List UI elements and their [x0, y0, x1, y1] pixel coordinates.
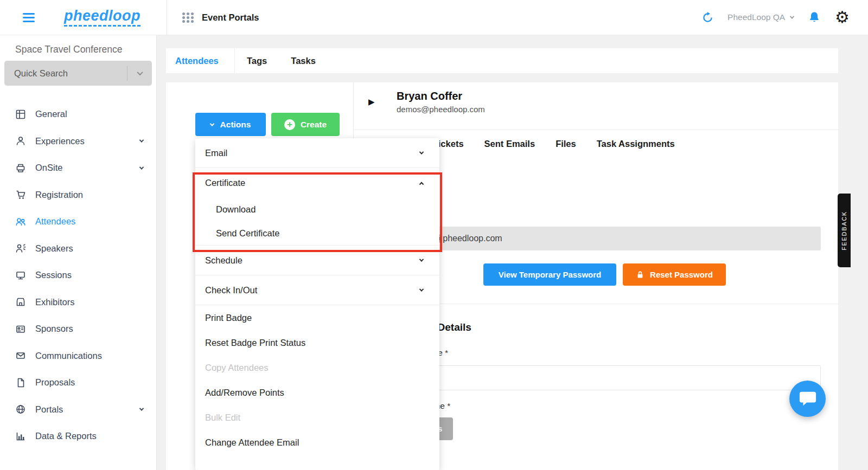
workspace-name: PheedLoop QA: [727, 12, 785, 22]
chevron-down-icon: [790, 14, 794, 18]
tab-sent-emails[interactable]: Sent Emails: [484, 139, 535, 149]
grid-icon: [15, 109, 26, 120]
reset-password-button[interactable]: Reset Password: [623, 263, 726, 286]
sidebar-item-experiences[interactable]: Experiences: [0, 128, 156, 155]
refresh-icon[interactable]: [702, 12, 713, 23]
sidebar-item-label: OnSite: [35, 163, 62, 173]
monitor-icon: [15, 270, 26, 281]
menu-item-add-remove-points[interactable]: Add/Remove Points: [195, 380, 439, 405]
header-divider: [167, 0, 167, 35]
logo-text: pheedloop: [64, 9, 141, 23]
menu-item-check-in-out[interactable]: Check In/Out: [195, 275, 439, 305]
menu-item-certificate[interactable]: Certificate: [195, 168, 439, 197]
sidebar-item-label: Communications: [35, 351, 102, 361]
sidebar-item-sessions[interactable]: Sessions: [0, 262, 156, 289]
globe-icon: [15, 404, 26, 415]
hamburger-menu-icon[interactable]: [23, 13, 37, 22]
speaker-icon: [15, 243, 26, 254]
sidebar-item-label: Experiences: [35, 136, 85, 146]
pheedloop-logo[interactable]: pheedloop: [64, 9, 141, 27]
menu-item-copy-attendees: Copy Attendees: [195, 355, 439, 380]
tab-tasks[interactable]: Tasks: [279, 48, 328, 73]
top-header: pheedloop Event Portals PheedLoop QA ⚙: [0, 0, 868, 35]
actions-button-label: Actions: [220, 120, 251, 130]
menu-item-label: Reset Badge Print Status: [205, 338, 305, 348]
chat-launcher-button[interactable]: [789, 381, 826, 417]
sidebar: Space Travel Conference Quick Search Gen…: [0, 35, 157, 470]
attendee-header: ▶ Bryan Coffer demos@pheedloop.com: [353, 82, 838, 130]
menu-item-send-certificate[interactable]: Send Certificate: [195, 221, 439, 245]
reset-password-label: Reset Password: [650, 270, 713, 279]
sidebar-item-data-reports[interactable]: Data & Reports: [0, 423, 156, 450]
settings-gear-icon[interactable]: ⚙: [835, 9, 850, 25]
menu-item-change-attendee-email[interactable]: Change Attendee Email: [195, 430, 439, 455]
menu-item-download[interactable]: Download: [195, 197, 439, 221]
feedback-side-tab[interactable]: FEEDBACK: [838, 194, 851, 267]
apps-grid-icon[interactable]: [182, 12, 194, 23]
menu-item-label: Schedule: [205, 255, 242, 266]
menu-item-label: Check In/Out: [205, 285, 257, 295]
menu-item-schedule[interactable]: Schedule: [195, 246, 439, 275]
quick-search-input[interactable]: Quick Search: [4, 61, 152, 86]
lock-icon: [636, 271, 644, 279]
sidebar-item-label: Speakers: [35, 243, 73, 254]
chevron-up-icon: [419, 182, 424, 186]
tab-attendees[interactable]: Attendees: [166, 48, 235, 73]
plus-icon: +: [284, 119, 295, 130]
sidebar-item-sponsors[interactable]: Sponsors: [0, 316, 156, 343]
create-button-label: Create: [301, 120, 327, 130]
menu-item-bulk-edit: Bulk Edit: [195, 405, 439, 430]
attendee-name: Bryan Coffer: [397, 90, 462, 102]
notifications-bell-icon[interactable]: [808, 11, 821, 24]
tab-files[interactable]: Files: [556, 139, 576, 149]
menu-item-label: Certificate: [205, 178, 245, 188]
menu-item-label: Send Certificate: [216, 228, 279, 239]
menu-item-label: Bulk Edit: [205, 413, 240, 423]
create-button[interactable]: + Create: [271, 113, 340, 136]
menu-item-label: Add/Remove Points: [205, 388, 284, 398]
sidebar-item-label: Portals: [35, 404, 63, 415]
tab-task-assignments[interactable]: Task Assignments: [597, 139, 675, 149]
attendee-detail-tabs: Tickets Sent Emails Files Task Assignmen…: [433, 139, 675, 149]
quick-search-dropdown-toggle[interactable]: [127, 66, 152, 81]
sidebar-item-proposals[interactable]: Proposals: [0, 369, 156, 396]
sidebar-item-label: Data & Reports: [35, 431, 97, 441]
sidebar-item-communications[interactable]: Communications: [0, 343, 156, 370]
sidebar-item-general[interactable]: General: [0, 101, 156, 128]
actions-dropdown-menu: Email Certificate Download Send Certific…: [195, 138, 439, 470]
cart-icon: [15, 189, 26, 200]
sidebar-item-speakers[interactable]: Speakers: [0, 235, 156, 262]
chevron-down-icon: [209, 121, 214, 126]
menu-item-label: Email: [205, 148, 227, 158]
chevron-down-icon: [419, 257, 424, 261]
sidebar-item-registration[interactable]: Registration: [0, 182, 156, 209]
quick-search-placeholder: Quick Search: [4, 68, 127, 79]
menu-item-reset-badge-print-status[interactable]: Reset Badge Print Status: [195, 330, 439, 355]
view-temporary-password-button[interactable]: View Temporary Password: [483, 263, 616, 286]
workspace-selector[interactable]: PheedLoop QA: [727, 12, 794, 22]
menu-item-label: Download: [216, 204, 256, 215]
menu-item-email[interactable]: Email: [195, 138, 439, 168]
storefront-icon: [15, 297, 26, 307]
sidebar-item-portals[interactable]: Portals: [0, 396, 156, 423]
printer-icon: [15, 163, 26, 173]
collapse-triangle-icon[interactable]: ▶: [368, 97, 375, 107]
people-icon: [15, 216, 26, 227]
sidebar-item-label: Attendees: [35, 216, 75, 227]
logo-underline: [64, 25, 141, 27]
sidebar-item-label: Registration: [35, 190, 83, 200]
event-name: Space Travel Conference: [15, 44, 141, 55]
envelope-icon: [15, 350, 26, 361]
menu-item-label: Print Badge: [205, 313, 252, 323]
chat-bubble-icon: [799, 390, 817, 408]
sidebar-item-onsite[interactable]: OnSite: [0, 154, 156, 182]
menu-item-print-badge[interactable]: Print Badge: [195, 305, 439, 330]
tab-tags[interactable]: Tags: [235, 48, 279, 73]
sidebar-item-attendees[interactable]: Attendees: [0, 208, 156, 235]
main-tab-bar: Attendees Tags Tasks: [166, 48, 838, 73]
sidebar-item-exhibitors[interactable]: Exhibitors: [0, 289, 156, 316]
actions-button[interactable]: Actions: [195, 113, 266, 136]
menu-item-label: Change Attendee Email: [205, 437, 299, 448]
chevron-down-icon: [419, 287, 424, 291]
sidebar-item-label: Proposals: [35, 377, 75, 388]
